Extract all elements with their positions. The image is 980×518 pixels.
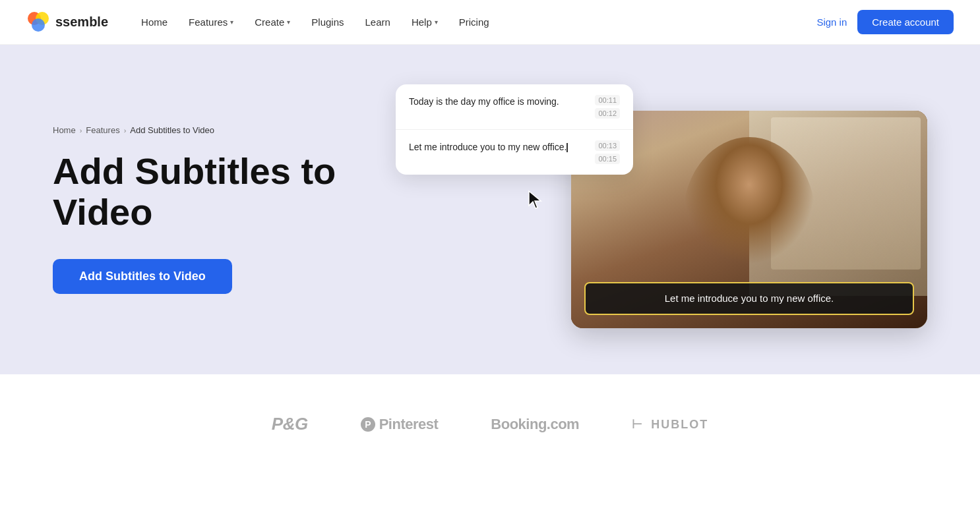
hero-left: Home › Features › Add Subtitles to Video… xyxy=(53,125,396,293)
hero-section: Home › Features › Add Subtitles to Video… xyxy=(0,45,980,374)
hero-right: Today is the day my office is moving. 00… xyxy=(396,71,927,348)
subtitle-times-2: 00:13 00:15 xyxy=(588,140,620,164)
help-chevron-icon: ▾ xyxy=(435,18,438,26)
breadcrumb-sep-2: › xyxy=(124,127,127,134)
breadcrumb-current: Add Subtitles to Video xyxy=(130,125,214,135)
nav-features[interactable]: Features ▾ xyxy=(179,11,243,33)
brand-hublot: ⊢ HUBLOT xyxy=(632,417,708,432)
subtitle-text-2: Let me introduce you to my new office. xyxy=(409,140,580,154)
subtitle-time-end-2: 00:15 xyxy=(595,154,620,164)
subtitle-times-1: 00:11 00:12 xyxy=(588,95,620,119)
hero-title: Add Subtitles to Video xyxy=(53,151,396,232)
breadcrumb-features[interactable]: Features xyxy=(86,125,119,135)
nav-links: Home Features ▾ Create ▾ Plugins Learn H… xyxy=(132,11,816,33)
logo-link[interactable]: ssemble xyxy=(26,11,108,34)
logo-icon xyxy=(26,11,50,34)
nav-home[interactable]: Home xyxy=(132,11,177,33)
subtitle-time-start-1: 00:11 xyxy=(595,95,620,105)
hero-cta-button[interactable]: Add Subtitles to Video xyxy=(53,259,232,294)
breadcrumb: Home › Features › Add Subtitles to Video xyxy=(53,125,396,135)
video-subtitle-bar: Let me introduce you to my new office. xyxy=(584,282,914,315)
brand-booking: Booking.com xyxy=(491,416,579,433)
nav-help[interactable]: Help ▾ xyxy=(402,11,447,33)
breadcrumb-home[interactable]: Home xyxy=(53,125,76,135)
text-cursor xyxy=(567,143,568,152)
brand-pinterest: P Pinterest xyxy=(361,416,439,433)
nav-create[interactable]: Create ▾ xyxy=(245,11,299,33)
subtitle-row-2: Let me introduce you to my new office. 0… xyxy=(396,130,633,175)
video-subtitle-text: Let me introduce you to my new office. xyxy=(665,293,834,304)
features-chevron-icon: ▾ xyxy=(230,18,233,26)
svg-point-2 xyxy=(32,18,45,32)
subtitle-editor-panel: Today is the day my office is moving. 00… xyxy=(396,84,633,175)
navbar: ssemble Home Features ▾ Create ▾ Plugins… xyxy=(0,0,980,45)
person-silhouette xyxy=(683,137,815,295)
nav-right: Sign in Create account xyxy=(816,10,954,34)
pinterest-icon: P xyxy=(361,417,375,432)
create-chevron-icon: ▾ xyxy=(287,18,290,26)
subtitle-time-end-1: 00:12 xyxy=(595,108,620,119)
brands-section: P&G P Pinterest Booking.com ⊢ HUBLOT xyxy=(0,374,980,474)
breadcrumb-sep-1: › xyxy=(80,127,82,134)
subtitle-time-start-2: 00:13 xyxy=(595,140,620,151)
create-account-button[interactable]: Create account xyxy=(857,10,954,34)
subtitle-text-1: Today is the day my office is moving. xyxy=(409,95,580,109)
logo-text: ssemble xyxy=(55,14,108,30)
subtitle-row-1: Today is the day my office is moving. 00… xyxy=(396,84,633,130)
nav-pricing[interactable]: Pricing xyxy=(450,11,499,33)
nav-learn[interactable]: Learn xyxy=(356,11,400,33)
nav-plugins[interactable]: Plugins xyxy=(302,11,353,33)
sign-in-link[interactable]: Sign in xyxy=(816,16,847,28)
brand-pg: P&G xyxy=(272,414,308,434)
mouse-cursor-icon xyxy=(528,190,546,214)
